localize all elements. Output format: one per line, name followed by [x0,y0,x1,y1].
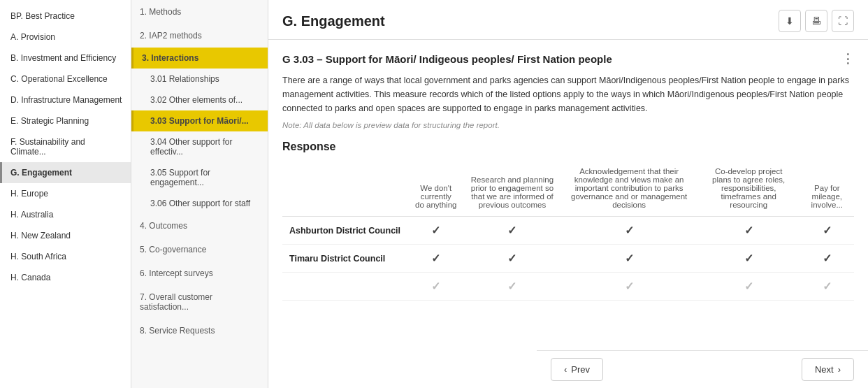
table-row: Ashburton District Council✓✓✓✓✓ [282,217,854,245]
sidebar-item-h_southafrica[interactable]: H. South Africa [0,246,131,267]
prev-label: Prev [571,364,590,375]
checkmark-icon: ✓ [823,280,832,292]
check-cell: ✓ [697,273,800,301]
checkmark-icon: ✓ [823,224,832,236]
checkmark-icon: ✓ [507,280,516,292]
print-icon: 🖶 [811,15,821,27]
checkmark-icon: ✓ [625,280,634,292]
sidebar-item-b[interactable]: B. Investment and Efficiency [0,48,131,69]
sidebar-item-h_newzealand[interactable]: H. New Zealand [0,225,131,246]
next-button[interactable]: Next › [802,358,854,381]
page-header: G. Engagement ⬇ 🖶 ⛶ [268,0,868,40]
print-button[interactable]: 🖶 [805,10,827,32]
header-actions: ⬇ 🖶 ⛶ [779,10,854,32]
check-cell: ✓ [800,217,854,245]
checkmark-icon: ✓ [431,280,440,292]
entity-name [282,273,408,301]
col5-header: Pay for mileage, involve... [800,163,854,217]
check-cell: ✓ [560,245,697,273]
checkmark-icon: ✓ [625,252,634,264]
nav-item-interactions[interactable]: 3. Interactions [131,48,268,69]
nav-item-other_support_effective[interactable]: 3.04 Other support for effectiv... [131,131,268,162]
nav-item-intercept[interactable]: 6. Intercept surveys [131,261,268,285]
sidebar-item-bp[interactable]: BP. Best Practice [0,6,131,27]
sidebar-item-d[interactable]: D. Infrastructure Management [0,89,131,110]
response-heading: Response [282,141,854,153]
response-table: We don't currently do anything Research … [282,163,854,301]
nav-item-relationships[interactable]: 3.01 Relationships [131,69,268,89]
table-header: We don't currently do anything Research … [282,163,854,217]
expand-icon: ⛶ [838,15,848,27]
check-cell: ✓ [463,273,560,301]
col2-header: Research and planning prior to engagemen… [463,163,560,217]
nav-panel: 1. Methods2. IAP2 methods3. Interactions… [131,0,268,388]
prev-button[interactable]: ‹ Prev [551,358,603,381]
table-row: Timaru District Council✓✓✓✓✓ [282,245,854,273]
nav-item-iap2[interactable]: 2. IAP2 methods [131,24,268,48]
nav-item-other_elements[interactable]: 3.02 Other elements of... [131,89,268,110]
sidebar-item-c[interactable]: C. Operational Excellence [0,69,131,89]
checkmark-icon: ✓ [431,224,440,236]
section-note: Note: All data below is preview data for… [282,121,854,129]
col3-header: Acknowledgement that their knowledge and… [560,163,697,217]
sidebar-item-h_europe[interactable]: H. Europe [0,183,131,204]
prev-icon: ‹ [564,364,567,375]
content-area: G 3.03 – Support for Māori/ Indigeous pe… [268,40,868,388]
col-entity-header [282,163,408,217]
checkmark-icon: ✓ [823,252,832,264]
nav-item-other_support_staff[interactable]: 3.06 Other support for staff [131,193,268,214]
table-body: Ashburton District Council✓✓✓✓✓Timaru Di… [282,217,854,301]
checkmark-icon: ✓ [431,252,440,264]
left-sidebar: BP. Best PracticeA. ProvisionB. Investme… [0,0,131,388]
check-cell: ✓ [408,245,463,273]
entity-name: Timaru District Council [282,245,408,273]
check-cell: ✓ [560,273,697,301]
check-cell: ✓ [697,217,800,245]
col4-header: Co-develop project plans to agree roles,… [697,163,800,217]
checkmark-icon: ✓ [507,224,516,236]
nav-item-cogovernance[interactable]: 5. Co-governance [131,238,268,261]
entity-name: Ashburton District Council [282,217,408,245]
sidebar-item-f[interactable]: F. Sustainability and Climate... [0,131,131,162]
page-title: G. Engagement [282,13,385,29]
sidebar-item-e[interactable]: E. Strategic Planning [0,110,131,131]
sidebar-item-h_canada[interactable]: H. Canada [0,267,131,288]
nav-item-outcomes[interactable]: 4. Outcomes [131,214,268,238]
col1-header: We don't currently do anything [408,163,463,217]
check-cell: ✓ [408,217,463,245]
check-cell: ✓ [463,217,560,245]
check-cell: ✓ [408,273,463,301]
section-header: G 3.03 – Support for Māori/ Indigeous pe… [282,51,854,66]
sidebar-item-h_australia[interactable]: H. Australia [0,204,131,225]
sidebar-item-a[interactable]: A. Provision [0,27,131,48]
checkmark-icon: ✓ [625,224,634,236]
table-row: ✓✓✓✓✓ [282,273,854,301]
expand-button[interactable]: ⛶ [832,10,854,32]
download-button[interactable]: ⬇ [779,10,801,32]
checkmark-icon: ✓ [744,280,753,292]
check-cell: ✓ [800,245,854,273]
nav-item-overall_satisfaction[interactable]: 7. Overall customer satisfaction... [131,285,268,319]
section-description: There are a range of ways that local gov… [282,73,854,115]
check-cell: ✓ [560,217,697,245]
nav-item-support_engagement[interactable]: 3.05 Support for engagement... [131,162,268,193]
download-icon: ⬇ [786,15,794,27]
footer-nav: ‹ Prev Next › [537,350,868,388]
more-options-icon[interactable]: ⋮ [841,51,854,66]
check-cell: ✓ [800,273,854,301]
main-content: G. Engagement ⬇ 🖶 ⛶ G 3.03 – Support for… [268,0,868,388]
nav-item-methods[interactable]: 1. Methods [131,0,268,24]
checkmark-icon: ✓ [744,224,753,236]
next-icon: › [838,364,841,375]
check-cell: ✓ [463,245,560,273]
sidebar-item-g[interactable]: G. Engagement [0,162,131,183]
header-row: We don't currently do anything Research … [282,163,854,217]
next-label: Next [815,364,834,375]
check-cell: ✓ [697,245,800,273]
nav-item-support_maori[interactable]: 3.03 Support for Māori/... [131,110,268,131]
nav-item-service_requests[interactable]: 8. Service Requests [131,319,268,343]
section-title-text: G 3.03 – Support for Māori/ Indigeous pe… [282,53,612,65]
checkmark-icon: ✓ [507,252,516,264]
checkmark-icon: ✓ [744,252,753,264]
